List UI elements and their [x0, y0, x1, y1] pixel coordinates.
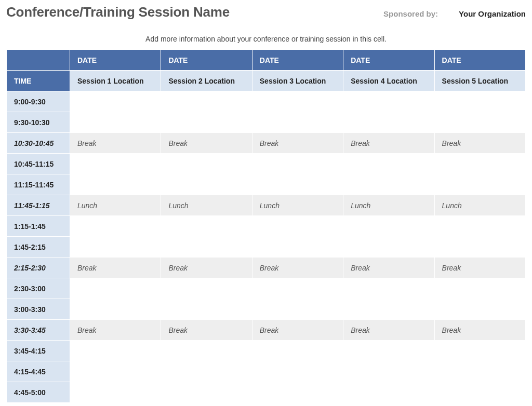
slot-cell: Break	[161, 320, 252, 341]
slot-cell	[70, 361, 161, 382]
time-cell: 3:00-3:30	[7, 299, 70, 320]
slot-cell	[161, 361, 252, 382]
slot-cell	[434, 91, 525, 112]
slot-cell	[70, 299, 161, 320]
slot-cell: Break	[161, 258, 252, 278]
location-header: Session 3 Location	[252, 71, 343, 91]
time-cell: 9:30-10:30	[7, 112, 70, 133]
time-cell: 3:30-3:45	[7, 320, 70, 341]
table-row: 9:30-10:30	[7, 112, 526, 133]
header-corner-cell	[7, 50, 70, 71]
slot-cell	[70, 174, 161, 195]
time-cell: 9:00-9:30	[7, 91, 70, 112]
slot-cell	[252, 341, 343, 361]
time-cell: 4:45-5:00	[7, 382, 70, 403]
slot-cell	[161, 112, 252, 133]
date-header: DATE	[343, 50, 434, 71]
slot-cell	[161, 382, 252, 403]
table-row: 3:30-3:45BreakBreakBreakBreakBreak	[7, 320, 526, 341]
schedule-body: 9:00-9:309:30-10:3010:30-10:45BreakBreak…	[7, 91, 526, 403]
slot-cell	[434, 278, 525, 299]
time-cell: 11:15-11:45	[7, 174, 70, 195]
slot-cell	[343, 237, 434, 258]
schedule-table: DATE DATE DATE DATE DATE TIME Session 1 …	[6, 49, 526, 403]
slot-cell	[161, 278, 252, 299]
time-cell: 11:45-1:15	[7, 195, 70, 216]
slot-cell: Break	[434, 258, 525, 278]
slot-cell	[434, 299, 525, 320]
slot-cell	[252, 299, 343, 320]
slot-cell	[161, 154, 252, 174]
sponsored-by-label: Sponsored by:	[383, 9, 438, 18]
slot-cell: Break	[161, 133, 252, 154]
date-header: DATE	[434, 50, 525, 71]
slot-cell	[70, 237, 161, 258]
slot-cell	[343, 154, 434, 174]
slot-cell	[343, 299, 434, 320]
slot-cell: Lunch	[434, 195, 525, 216]
slot-cell: Break	[252, 320, 343, 341]
slot-cell: Lunch	[70, 195, 161, 216]
slot-cell	[434, 382, 525, 403]
table-row: 10:30-10:45BreakBreakBreakBreakBreak	[7, 133, 526, 154]
slot-cell	[434, 174, 525, 195]
slot-cell	[343, 278, 434, 299]
slot-cell	[161, 341, 252, 361]
slot-cell	[434, 237, 525, 258]
slot-cell: Lunch	[252, 195, 343, 216]
location-header: Session 4 Location	[343, 71, 434, 91]
time-column-header: TIME	[7, 71, 70, 91]
table-row: 9:00-9:30	[7, 91, 526, 112]
slot-cell	[434, 341, 525, 361]
date-header-row: DATE DATE DATE DATE DATE	[7, 50, 526, 71]
location-header-row: TIME Session 1 Location Session 2 Locati…	[7, 71, 526, 91]
slot-cell: Break	[343, 133, 434, 154]
slot-cell	[252, 382, 343, 403]
slot-cell	[434, 154, 525, 174]
page-title: Conference/Training Session Name	[6, 4, 230, 20]
time-cell: 4:15-4:45	[7, 361, 70, 382]
slot-cell	[343, 216, 434, 237]
table-row: 10:45-11:15	[7, 154, 526, 174]
table-row: 1:45-2:15	[7, 237, 526, 258]
time-cell: 3:45-4:15	[7, 341, 70, 361]
slot-cell	[252, 216, 343, 237]
slot-cell	[343, 341, 434, 361]
slot-cell	[252, 361, 343, 382]
location-header: Session 5 Location	[434, 71, 525, 91]
time-cell: 10:30-10:45	[7, 133, 70, 154]
slot-cell	[252, 237, 343, 258]
table-row: 1:15-1:45	[7, 216, 526, 237]
slot-cell	[434, 216, 525, 237]
slot-cell: Break	[252, 133, 343, 154]
slot-cell	[70, 382, 161, 403]
date-header: DATE	[70, 50, 161, 71]
slot-cell	[252, 154, 343, 174]
slot-cell: Break	[70, 133, 161, 154]
slot-cell	[343, 382, 434, 403]
sponsor-block: Sponsored by: Your Organization	[383, 9, 526, 18]
slot-cell	[161, 299, 252, 320]
slot-cell	[70, 154, 161, 174]
location-header: Session 1 Location	[70, 71, 161, 91]
slot-cell	[252, 112, 343, 133]
slot-cell	[70, 278, 161, 299]
slot-cell	[343, 174, 434, 195]
slot-cell: Break	[343, 258, 434, 278]
slot-cell: Break	[434, 133, 525, 154]
date-header: DATE	[252, 50, 343, 71]
slot-cell	[434, 361, 525, 382]
slot-cell	[70, 341, 161, 361]
slot-cell	[252, 174, 343, 195]
page-header: Conference/Training Session Name Sponsor…	[6, 4, 526, 20]
slot-cell	[161, 216, 252, 237]
organization-name: Your Organization	[459, 9, 526, 18]
slot-cell	[70, 112, 161, 133]
slot-cell	[70, 91, 161, 112]
time-cell: 10:45-11:15	[7, 154, 70, 174]
time-cell: 1:15-1:45	[7, 216, 70, 237]
time-cell: 1:45-2:15	[7, 237, 70, 258]
date-header: DATE	[161, 50, 252, 71]
table-row: 3:00-3:30	[7, 299, 526, 320]
table-row: 11:15-11:45	[7, 174, 526, 195]
